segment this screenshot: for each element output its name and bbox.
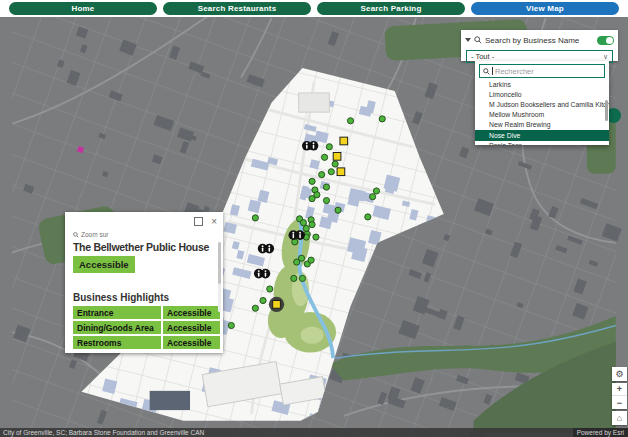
dropdown-option-limoncello[interactable]: Limoncello — [475, 90, 609, 100]
business-marker[interactable] — [308, 257, 314, 263]
dropdown-option-mjudson[interactable]: M Judson Booksellers and Camilla Kitchen — [475, 100, 609, 110]
zoom-in-button[interactable]: + — [612, 383, 627, 396]
toggle-knob — [606, 37, 613, 44]
parking-marker[interactable] — [340, 137, 348, 145]
dock-popup-icon[interactable] — [194, 217, 203, 226]
business-marker[interactable] — [313, 234, 319, 240]
business-marker[interactable] — [294, 259, 300, 265]
dropdown-option-mellow-mushroom[interactable]: Mellow Mushroom — [475, 110, 609, 120]
dropdown-option-papis-taco[interactable]: Papis Taco — [475, 141, 609, 145]
business-marker[interactable] — [332, 161, 338, 167]
business-marker[interactable] — [379, 116, 385, 122]
highlight-feature: Entrance — [73, 306, 161, 319]
nav-view-map-button[interactable]: View Map — [471, 2, 619, 15]
collapse-arrow-icon[interactable] — [465, 38, 471, 42]
zoom-out-button[interactable]: − — [612, 396, 627, 409]
business-search-input[interactable]: Rechercher — [479, 64, 605, 78]
highlight-feature: Restrooms — [73, 336, 161, 349]
search-panel-title: Search by Business Name — [485, 36, 594, 45]
zoom-to-link[interactable]: Zoom sur — [73, 231, 108, 238]
locate-button[interactable]: ⚙ — [612, 367, 627, 381]
attribution-bar: City of Greenville, SC; Barbara Stone Fo… — [0, 428, 628, 437]
business-marker[interactable] — [309, 196, 315, 202]
accessible-badge: Accessible — [73, 256, 135, 273]
popup-title: The Bellwether Public House — [73, 241, 209, 253]
business-marker[interactable] — [300, 220, 306, 226]
dropdown-option-nose-dive-selected[interactable]: Nose Dive — [475, 130, 609, 141]
business-marker[interactable] — [299, 275, 305, 281]
business-marker[interactable] — [373, 188, 379, 194]
business-marker[interactable] — [252, 305, 258, 311]
business-marker[interactable] — [328, 169, 334, 175]
highlight-status: Accessible — [163, 321, 220, 334]
business-marker[interactable] — [365, 214, 371, 220]
attribution-text: City of Greenville, SC; Barbara Stone Fo… — [0, 429, 204, 436]
highlights-table: Entrance Accessible Dining/Goods Area Ac… — [73, 306, 220, 349]
dropdown-option-new-realm[interactable]: New Realm Brewing — [475, 120, 609, 130]
business-marker[interactable] — [309, 222, 315, 228]
business-marker[interactable] — [252, 215, 258, 221]
dropdown-scrollbar[interactable] — [605, 100, 608, 121]
business-marker[interactable] — [291, 275, 297, 281]
business-marker[interactable] — [303, 225, 309, 231]
nav-search-restaurants-button[interactable]: Search Restaurants — [163, 2, 311, 15]
highlight-status: Accessible — [163, 336, 220, 349]
business-dropdown-list: Rechercher Larkins Limoncello M Judson B… — [475, 61, 609, 145]
highlight-status: Accessible — [163, 306, 220, 319]
business-marker[interactable] — [260, 297, 266, 303]
chevron-down-icon: ∨ — [603, 53, 608, 60]
search-business-panel: Search by Business Name - Tout - ∨ — [461, 30, 618, 61]
zoom-control: + − — [612, 383, 627, 409]
search-icon — [483, 68, 490, 75]
zoom-to-label: Zoom sur — [81, 231, 108, 238]
app-window: Home Search Restaurants Search Parking V… — [0, 0, 628, 437]
parking-marker[interactable] — [337, 168, 345, 176]
home-icon: ⌂ — [617, 413, 622, 423]
business-marker[interactable] — [309, 178, 315, 184]
search-icon — [474, 36, 482, 44]
nav-home-button[interactable]: Home — [9, 2, 157, 15]
popup-scrollbar[interactable] — [218, 242, 221, 312]
dropdown-option-larkins[interactable]: Larkins — [475, 80, 609, 90]
business-marker[interactable] — [370, 194, 376, 200]
business-marker[interactable] — [323, 184, 329, 190]
business-marker[interactable] — [335, 207, 341, 213]
search-placeholder: Rechercher — [495, 67, 534, 76]
search-toggle[interactable] — [597, 36, 614, 45]
magnifier-icon — [73, 232, 79, 238]
business-marker[interactable] — [326, 144, 332, 150]
close-icon[interactable]: × — [211, 218, 217, 225]
filter-selected-value: - Tout - — [471, 52, 603, 61]
home-extent-button[interactable]: ⌂ — [612, 411, 627, 425]
text-cursor — [492, 67, 493, 75]
business-marker[interactable] — [228, 322, 234, 328]
business-marker[interactable] — [323, 197, 329, 203]
feature-popup: × Zoom sur The Bellwether Public House A… — [65, 212, 223, 353]
gear-icon: ⚙ — [615, 369, 623, 379]
business-marker[interactable] — [267, 286, 273, 292]
business-marker[interactable] — [319, 172, 325, 178]
business-marker[interactable] — [347, 118, 353, 124]
parking-marker[interactable] — [333, 153, 341, 161]
highlight-feature: Dining/Goods Area — [73, 321, 161, 334]
powered-by-esri[interactable]: Powered by Esri — [573, 428, 628, 437]
business-marker[interactable] — [321, 154, 327, 160]
top-navbar: Home Search Restaurants Search Parking V… — [0, 0, 628, 17]
selected-parking-marker[interactable] — [273, 301, 281, 309]
highlights-section-title: Business Highlights — [73, 292, 169, 303]
nav-search-parking-button[interactable]: Search Parking — [317, 2, 465, 15]
